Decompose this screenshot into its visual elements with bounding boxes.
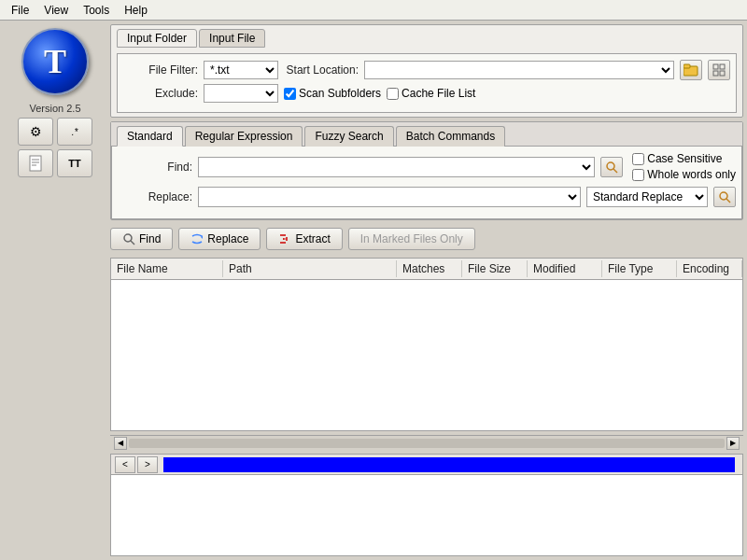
replace-row: Replace: Standard Replace Regex Replace … (118, 187, 736, 207)
grid-view-button[interactable] (708, 60, 730, 80)
table-header: File Name Path Matches File Size Modifie… (111, 259, 742, 280)
main-container: T Version 2.5 ⚙ .* TT Input Folder Input… (0, 21, 747, 560)
col-modified: Modified (528, 260, 602, 277)
svg-rect-6 (713, 64, 718, 69)
scan-subfolders-label: Scan Subfolders (299, 87, 381, 100)
svg-point-10 (607, 162, 614, 170)
start-location-select[interactable] (364, 61, 674, 79)
svg-line-13 (726, 199, 730, 203)
table-body (111, 280, 742, 430)
tab-regex[interactable]: Regular Expression (185, 126, 303, 147)
extract-button[interactable]: Extract (266, 228, 342, 250)
svg-rect-9 (720, 71, 725, 76)
search-tab-strip: Standard Regular Expression Fuzzy Search… (111, 122, 742, 147)
folder-tabs: Input Folder Input File (117, 29, 737, 48)
sidebar-btn-row-2: TT (7, 149, 103, 177)
replace-edit-button[interactable] (713, 187, 736, 207)
col-path: Path (223, 260, 397, 277)
menu-tools[interactable]: Tools (76, 2, 117, 19)
col-filesize: File Size (462, 260, 528, 277)
sidebar-buttons: ⚙ .* TT (7, 118, 103, 177)
svg-point-14 (124, 234, 132, 242)
progress-bar (163, 457, 735, 472)
svg-rect-7 (720, 64, 725, 69)
replace-label: Replace: (118, 190, 192, 203)
menu-view[interactable]: View (36, 2, 76, 19)
find-label: Find: (118, 161, 192, 174)
find-button-label: Find (139, 232, 161, 245)
marked-files-button[interactable]: In Marked Files Only (348, 228, 475, 250)
cache-file-list-label: Cache File List (402, 87, 475, 100)
bottom-panel: < > (110, 454, 743, 556)
replace-button-label: Replace (207, 232, 248, 245)
right-panel: Input Folder Input File File Filter: *.t… (110, 24, 743, 556)
gear-button[interactable]: ⚙ (18, 118, 53, 146)
logo-letter: T (44, 42, 66, 81)
col-filename: File Name (111, 260, 223, 277)
menubar: File View Tools Help (0, 0, 747, 21)
svg-line-15 (131, 241, 134, 245)
col-filetype: File Type (602, 260, 677, 277)
checkboxes-right: Case Sensitive Whole words only (632, 152, 736, 181)
extract-button-label: Extract (295, 232, 330, 245)
tab-input-file[interactable]: Input File (199, 29, 265, 48)
svg-rect-5 (684, 64, 690, 68)
replace-button[interactable]: Replace (178, 228, 261, 250)
next-button[interactable]: > (137, 456, 158, 473)
exclude-select[interactable] (204, 84, 278, 103)
whole-words-checkbox[interactable] (632, 169, 644, 181)
tab-input-folder[interactable]: Input Folder (117, 29, 197, 48)
scroll-right-button[interactable]: ▶ (726, 437, 740, 450)
whole-words-text: Whole words only (647, 168, 736, 181)
bottom-content (111, 475, 742, 555)
replace-type-select[interactable]: Standard Replace Regex Replace Delete Li… (586, 187, 708, 207)
find-edit-button[interactable] (600, 157, 623, 177)
start-location-label: Start Location: (284, 63, 359, 77)
input-panel: Input Folder Input File File Filter: *.t… (110, 24, 743, 118)
search-panel: Standard Regular Expression Fuzzy Search… (110, 121, 743, 220)
replace-input[interactable] (198, 187, 581, 207)
file-filter-label: File Filter: (123, 63, 198, 77)
sidebar: T Version 2.5 ⚙ .* TT (4, 24, 106, 556)
col-matches: Matches (397, 260, 462, 277)
bottom-nav: < > (111, 455, 742, 475)
exclude-label: Exclude: (123, 87, 198, 100)
regex-button[interactable]: .* (57, 118, 92, 146)
scroll-left-button[interactable]: ◀ (114, 437, 127, 450)
file-filter-select[interactable]: *.txt *.csv *.log (204, 61, 278, 79)
menu-file[interactable]: File (4, 2, 36, 19)
action-bar: Find Replace Extract In Marked Files Onl… (110, 224, 743, 254)
doc-button[interactable] (18, 149, 53, 177)
svg-point-12 (720, 192, 727, 200)
logo: T (21, 28, 89, 95)
hscroll-track[interactable] (129, 439, 725, 448)
scan-subfolders-checkbox[interactable] (284, 88, 296, 100)
tab-batch[interactable]: Batch Commands (396, 126, 505, 147)
tab-standard[interactable]: Standard (117, 126, 183, 147)
case-sensitive-label[interactable]: Case Sensitive (632, 152, 736, 165)
cache-file-list-checkbox-label[interactable]: Cache File List (387, 87, 475, 100)
menu-help[interactable]: Help (117, 2, 155, 19)
sidebar-btn-row-1: ⚙ .* (7, 118, 103, 146)
svg-rect-0 (30, 156, 41, 171)
browse-folder-button[interactable] (680, 60, 702, 80)
marked-files-label: In Marked Files Only (360, 232, 463, 245)
svg-rect-8 (713, 71, 718, 76)
prev-button[interactable]: < (115, 456, 135, 473)
tt-button[interactable]: TT (57, 149, 92, 177)
whole-words-label[interactable]: Whole words only (632, 168, 736, 181)
find-input[interactable] (198, 157, 595, 177)
cache-file-list-checkbox[interactable] (387, 88, 399, 100)
file-filter-row: File Filter: *.txt *.csv *.log Start Loc… (123, 60, 730, 80)
scan-subfolders-checkbox-label[interactable]: Scan Subfolders (284, 87, 381, 100)
find-button[interactable]: Find (110, 228, 173, 250)
col-encoding: Encoding (677, 260, 742, 277)
case-sensitive-text: Case Sensitive (647, 152, 722, 165)
svg-line-11 (613, 169, 617, 173)
tab-fuzzy[interactable]: Fuzzy Search (304, 126, 393, 147)
case-sensitive-checkbox[interactable] (632, 153, 644, 165)
hscroll-bar: ◀ ▶ (110, 435, 743, 450)
exclude-row: Exclude: Scan Subfolders Cache File List (123, 84, 730, 103)
version-label: Version 2.5 (29, 103, 80, 114)
find-row: Find: Case Sensitive W (118, 152, 736, 181)
